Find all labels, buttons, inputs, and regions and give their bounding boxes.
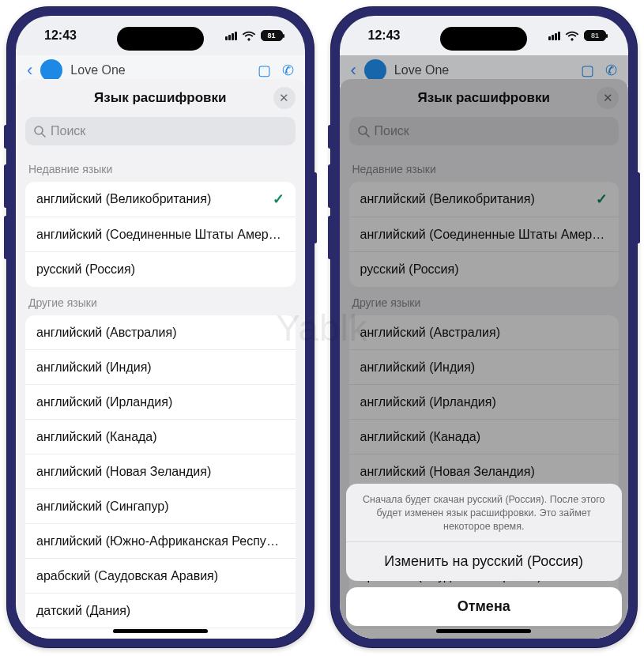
cellular-icon bbox=[225, 32, 237, 40]
phone-right: 12:43 81 ‹ Love One ▢ ✆ Язык расшифров bbox=[330, 6, 638, 648]
home-indicator[interactable] bbox=[436, 629, 531, 633]
language-label: иврит (Израиль) bbox=[36, 639, 132, 639]
back-icon: ‹ bbox=[351, 60, 356, 81]
recent-languages-card: английский (Великобритания) ✓ английский… bbox=[349, 182, 620, 287]
status-time: 12:43 bbox=[368, 28, 401, 43]
section-other-label: Другие языки bbox=[25, 287, 296, 315]
language-row[interactable]: английский (Индия) bbox=[349, 350, 620, 385]
language-label: английский (Южно-Африканская Республ... bbox=[36, 534, 284, 549]
screen-left: 12:43 81 ‹ Love One ▢ ✆ Язык расшифров bbox=[16, 16, 305, 639]
language-label: датский (Дания) bbox=[36, 604, 130, 618]
sheet-header: Язык расшифровки ✕ bbox=[16, 79, 305, 117]
close-button[interactable]: ✕ bbox=[273, 87, 296, 109]
language-label: английский (Канада) bbox=[36, 430, 157, 444]
battery-icon: 81 bbox=[584, 30, 606, 41]
other-languages-card: английский (Австралия) английский (Индия… bbox=[25, 315, 296, 639]
language-row[interactable]: английский (Ирландия) bbox=[349, 385, 620, 420]
sheet-header: Язык расшифровки ✕ bbox=[340, 79, 629, 117]
cellular-icon bbox=[548, 32, 560, 40]
screen-right: 12:43 81 ‹ Love One ▢ ✆ Язык расшифров bbox=[340, 16, 629, 639]
language-label: английский (Соединенные Штаты Амери... bbox=[360, 228, 608, 242]
action-sheet-card: Сначала будет скачан русский (Россия). П… bbox=[346, 484, 623, 581]
language-row[interactable]: английский (Австралия) bbox=[349, 315, 620, 350]
power-button bbox=[636, 172, 640, 243]
search-field[interactable] bbox=[349, 117, 620, 145]
language-label: английский (Соединенные Штаты Амери... bbox=[36, 228, 284, 242]
language-row[interactable]: английский (Ирландия) bbox=[25, 385, 296, 420]
language-row[interactable]: датский (Дания) bbox=[25, 594, 296, 628]
search-container bbox=[340, 117, 629, 153]
language-row[interactable]: английский (Соединенные Штаты Амери... bbox=[25, 217, 296, 252]
dynamic-island bbox=[117, 27, 204, 51]
sheet-title: Язык расшифровки bbox=[94, 90, 226, 106]
status-right: 81 bbox=[225, 30, 283, 41]
language-row[interactable]: арабский (Саудовская Аравия) bbox=[25, 559, 296, 594]
mute-switch bbox=[4, 125, 8, 149]
checkmark-icon: ✓ bbox=[596, 190, 608, 208]
language-row[interactable]: английский (Канада) bbox=[349, 420, 620, 454]
close-button[interactable]: ✕ bbox=[597, 87, 619, 109]
svg-point-2 bbox=[359, 126, 367, 134]
language-label: английский (Канада) bbox=[360, 430, 481, 444]
phone-left: 12:43 81 ‹ Love One ▢ ✆ Язык расшифров bbox=[6, 6, 314, 648]
status-time: 12:43 bbox=[44, 28, 77, 43]
language-row[interactable]: английский (Соединенные Штаты Амери... bbox=[349, 217, 620, 252]
svg-line-3 bbox=[366, 134, 369, 137]
language-sheet: Язык расшифровки ✕ Недавние языки bbox=[16, 79, 305, 639]
avatar bbox=[40, 59, 62, 81]
wifi-icon bbox=[242, 31, 256, 41]
avatar bbox=[364, 59, 386, 81]
section-other-label: Другие языки bbox=[349, 287, 620, 315]
language-label: русский (Россия) bbox=[36, 262, 135, 277]
video-icon: ▢ bbox=[258, 62, 271, 79]
cancel-button[interactable]: Отмена bbox=[346, 587, 623, 626]
volume-down-button bbox=[328, 216, 332, 259]
language-label: арабский (Саудовская Аравия) bbox=[36, 569, 218, 583]
language-label: английский (Индия) bbox=[36, 360, 152, 375]
language-row[interactable]: английский (Сингапур) bbox=[25, 489, 296, 524]
search-input[interactable] bbox=[375, 124, 612, 138]
section-recent-label: Недавние языки bbox=[25, 153, 296, 182]
language-row[interactable]: английский (Южно-Африканская Республ... bbox=[25, 524, 296, 559]
section-recent-label: Недавние языки bbox=[349, 153, 620, 182]
language-label: английский (Новая Зеландия) bbox=[360, 465, 535, 479]
status-right: 81 bbox=[548, 30, 606, 41]
languages-scroll[interactable]: Недавние языки английский (Великобритани… bbox=[16, 153, 305, 639]
video-icon: ▢ bbox=[581, 62, 594, 79]
mute-switch bbox=[328, 125, 332, 149]
language-row[interactable]: русский (Россия) bbox=[349, 252, 620, 287]
language-label: английский (Индия) bbox=[360, 360, 476, 375]
search-icon bbox=[33, 125, 46, 138]
wifi-icon bbox=[565, 31, 579, 41]
language-label: русский (Россия) bbox=[360, 262, 459, 277]
language-row[interactable]: английский (Новая Зеландия) bbox=[25, 454, 296, 489]
battery-icon: 81 bbox=[261, 30, 283, 41]
language-row[interactable]: английский (Канада) bbox=[25, 420, 296, 454]
svg-line-1 bbox=[42, 134, 45, 137]
close-icon: ✕ bbox=[603, 91, 613, 105]
chat-title: Love One bbox=[70, 63, 125, 77]
search-container bbox=[16, 117, 305, 153]
stage: 12:43 81 ‹ Love One ▢ ✆ Язык расшифров bbox=[0, 0, 644, 654]
search-icon bbox=[357, 125, 370, 138]
call-icon: ✆ bbox=[605, 62, 617, 79]
action-sheet: Сначала будет скачан русский (Россия). П… bbox=[346, 484, 623, 626]
volume-up-button bbox=[4, 164, 8, 208]
confirm-change-button[interactable]: Изменить на русский (Россия) bbox=[346, 542, 623, 581]
language-row[interactable]: английский (Великобритания) ✓ bbox=[349, 182, 620, 217]
home-indicator[interactable] bbox=[113, 629, 208, 633]
checkmark-icon: ✓ bbox=[273, 190, 284, 208]
language-row[interactable]: английский (Великобритания) ✓ bbox=[25, 182, 296, 217]
language-row[interactable]: русский (Россия) bbox=[25, 252, 296, 287]
back-icon: ‹ bbox=[27, 60, 32, 81]
recent-languages-card: английский (Великобритания) ✓ английский… bbox=[25, 182, 296, 287]
volume-up-button bbox=[328, 164, 332, 208]
language-row[interactable]: английский (Австралия) bbox=[25, 315, 296, 350]
volume-down-button bbox=[4, 216, 8, 259]
language-label: английский (Великобритания) bbox=[360, 192, 535, 206]
language-label: английский (Ирландия) bbox=[36, 395, 172, 409]
language-label: английский (Сингапур) bbox=[36, 500, 169, 514]
search-input[interactable] bbox=[51, 124, 288, 138]
search-field[interactable] bbox=[25, 117, 296, 145]
language-row[interactable]: английский (Индия) bbox=[25, 350, 296, 385]
